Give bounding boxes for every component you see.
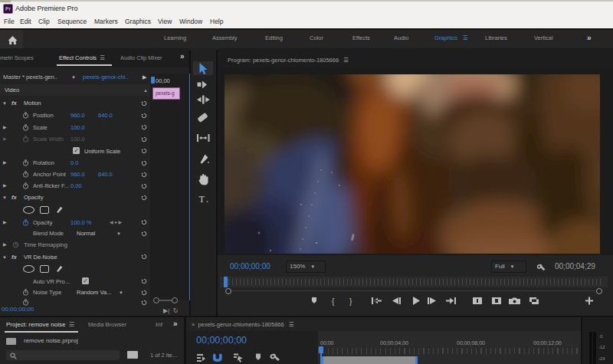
svg-text:}: } (349, 297, 352, 306)
svg-text:T: T (199, 194, 205, 205)
svg-text:{: { (332, 297, 335, 306)
